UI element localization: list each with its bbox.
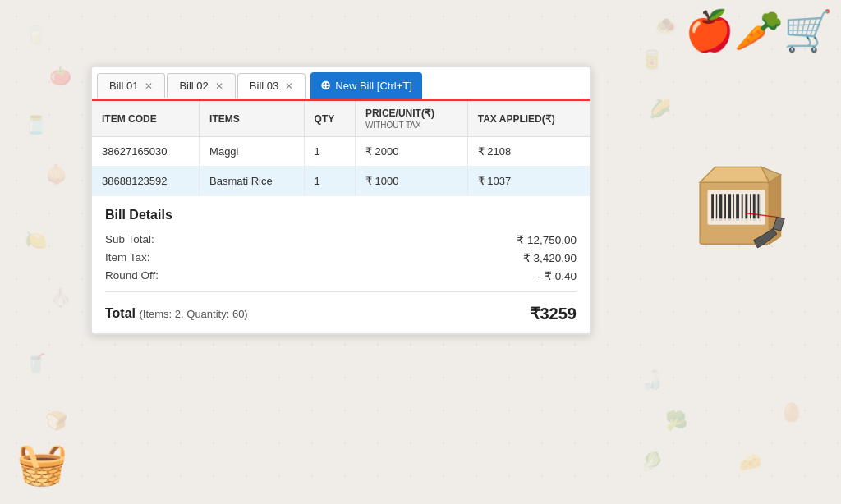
- new-bill-label: New Bill [Ctrl+T]: [335, 80, 412, 92]
- tab-bill01-label: Bill 01: [109, 80, 138, 92]
- plus-icon: ⊕: [320, 78, 331, 93]
- billing-panel: Bill 01 ✕ Bill 02 ✕ Bill 03 ✕ ⊕ New Bill…: [90, 66, 591, 335]
- table-row: 38688123592 Basmati Rice 1 ₹ 1000 ₹ 1037: [92, 167, 590, 196]
- th-tax-applied: TAX APPLIED(₹): [467, 101, 590, 137]
- fruits-decoration: 🍎🥕🛒: [685, 8, 833, 54]
- total-row: Total (Items: 2, Quantity: 60) ₹3259: [105, 299, 577, 325]
- sub-total-value: ₹ 12,750.00: [517, 233, 577, 246]
- tab-bill03-close[interactable]: ✕: [285, 81, 293, 91]
- cell-price-2: ₹ 1000: [355, 167, 467, 196]
- cell-item-name-1: Maggi: [200, 137, 305, 167]
- total-value: ₹3259: [530, 304, 577, 323]
- total-label: Total: [105, 306, 136, 320]
- tab-bill02-close[interactable]: ✕: [215, 81, 223, 91]
- cell-item-code-2: 38688123592: [92, 167, 200, 196]
- svg-rect-15: [716, 194, 717, 218]
- sub-total-label: Sub Total:: [105, 233, 154, 246]
- svg-rect-18: [728, 194, 731, 218]
- tab-bill01[interactable]: Bill 01 ✕: [97, 73, 165, 98]
- bill-details-section: Bill Details Sub Total: ₹ 12,750.00 Item…: [92, 196, 590, 333]
- th-items: Items: [200, 101, 305, 137]
- th-price-unit: PRICE/UNIT(₹) Without Tax: [355, 101, 467, 137]
- svg-rect-19: [733, 194, 733, 218]
- svg-rect-17: [724, 194, 726, 218]
- th-item-code: ITEM CODE: [92, 101, 200, 137]
- svg-rect-24: [753, 194, 756, 218]
- sub-total-row: Sub Total: ₹ 12,750.00: [105, 231, 577, 249]
- total-items-qty: (Items: 2, Quantity: 60): [139, 308, 247, 320]
- cell-item-code-1: 38627165030: [92, 137, 200, 167]
- round-off-row: Round Off: - ₹ 0.40: [105, 267, 577, 285]
- box-scanner-decoration: [685, 148, 792, 274]
- cell-item-name-2: Basmati Rice: [200, 167, 305, 196]
- bill-divider: [105, 291, 577, 292]
- svg-rect-21: [742, 194, 743, 218]
- tab-bill01-close[interactable]: ✕: [145, 81, 153, 91]
- new-bill-button[interactable]: ⊕ New Bill [Ctrl+T]: [310, 72, 422, 99]
- cell-qty-1: 1: [304, 137, 355, 167]
- tab-bill03[interactable]: Bill 03 ✕: [237, 73, 306, 98]
- cell-tax-1: ₹ 2108: [467, 137, 590, 167]
- tab-bill02-label: Bill 02: [179, 80, 208, 92]
- bill-details-title: Bill Details: [105, 208, 577, 222]
- table-row: 38627165030 Maggi 1 ₹ 2000 ₹ 2108: [92, 137, 590, 167]
- item-tax-row: Item Tax: ₹ 3,420.90: [105, 249, 577, 267]
- basket-decoration: 🧺: [16, 440, 67, 488]
- svg-rect-23: [750, 194, 751, 218]
- th-qty: QTY: [304, 101, 355, 137]
- item-tax-value: ₹ 3,420.90: [523, 251, 577, 264]
- table-header-row: ITEM CODE Items QTY PRICE/UNIT(₹) Withou…: [92, 101, 590, 137]
- svg-rect-16: [719, 194, 723, 218]
- tabs-bar: Bill 01 ✕ Bill 02 ✕ Bill 03 ✕ ⊕ New Bill…: [92, 67, 590, 101]
- cell-price-1: ₹ 2000: [355, 137, 467, 167]
- tab-bill03-label: Bill 03: [250, 80, 278, 92]
- round-off-label: Round Off:: [105, 269, 159, 282]
- item-tax-label: Item Tax:: [105, 251, 150, 264]
- svg-rect-20: [736, 194, 739, 218]
- tab-bill02[interactable]: Bill 02 ✕: [167, 73, 235, 98]
- items-table: ITEM CODE Items QTY PRICE/UNIT(₹) Withou…: [92, 101, 590, 196]
- cell-tax-2: ₹ 1037: [467, 167, 590, 196]
- cell-qty-2: 1: [304, 167, 355, 196]
- svg-rect-14: [711, 194, 714, 218]
- total-label-group: Total (Items: 2, Quantity: 60): [105, 306, 248, 321]
- svg-rect-22: [745, 194, 747, 218]
- round-off-value: - ₹ 0.40: [538, 269, 577, 282]
